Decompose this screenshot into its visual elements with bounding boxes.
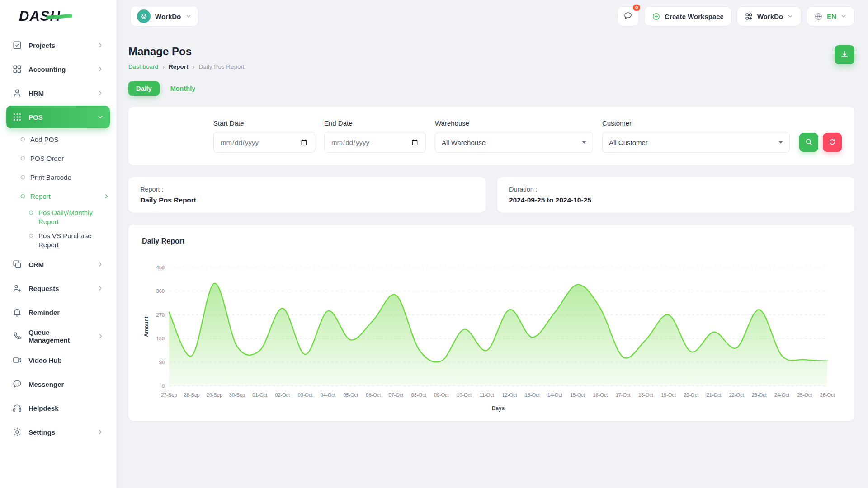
svg-text:24-Oct: 24-Oct (774, 392, 789, 398)
sidebar-item-projects[interactable]: Projects (6, 34, 110, 56)
app-logo[interactable]: DASH (0, 0, 116, 33)
messages-badge: 0 (632, 4, 641, 12)
chevron-right-icon (97, 333, 104, 340)
svg-text:90: 90 (159, 360, 165, 365)
reset-button[interactable] (823, 133, 842, 152)
breadcrumb-item[interactable]: Report (169, 63, 189, 70)
topbar: WorkDo 0 Create Workspace WorkDo (117, 0, 868, 33)
download-button[interactable] (835, 45, 854, 64)
start-date-input[interactable] (213, 132, 315, 153)
sidebar-item-settings[interactable]: Settings (6, 421, 110, 443)
svg-text:05-Oct: 05-Oct (343, 392, 358, 398)
svg-text:21-Oct: 21-Oct (707, 392, 722, 398)
bullet-icon (29, 234, 33, 238)
messages-button[interactable]: 0 (617, 6, 639, 26)
sidebar-item-pos-vs-purchase-report[interactable]: Pos VS Purchase Report (0, 229, 116, 252)
reminder-icon (12, 307, 22, 317)
messenger-icon (12, 379, 22, 389)
account-menu-button[interactable]: WorkDo (737, 6, 801, 26)
chart-title: Daily Report (142, 237, 841, 245)
chat-icon (623, 11, 632, 22)
svg-text:28-Sep: 28-Sep (184, 392, 199, 398)
customer-label: Customer (602, 119, 790, 127)
crm-icon (12, 259, 22, 269)
sidebar-item-pos-daily-monthly-report[interactable]: Pos Daily/Monthly Report (0, 206, 116, 229)
chevron-right-icon (97, 428, 104, 436)
download-icon (840, 50, 849, 60)
svg-text:450: 450 (156, 265, 165, 270)
end-date-label: End Date (324, 119, 426, 127)
sidebar-item-video-hub[interactable]: Video Hub (6, 349, 110, 371)
reset-icon (828, 138, 836, 147)
end-date-input[interactable] (324, 132, 426, 153)
language-menu-button[interactable]: EN (807, 6, 854, 26)
settings-icon (12, 427, 22, 437)
sidebar-item-print-barcode[interactable]: Print Barcode (0, 168, 116, 187)
svg-text:270: 270 (156, 312, 165, 318)
chevron-right-icon (97, 89, 104, 97)
svg-text:25-Oct: 25-Oct (797, 392, 812, 398)
video-icon (12, 355, 22, 365)
sidebar-item-crm[interactable]: CRM (6, 253, 110, 276)
chevron-right-icon (97, 261, 104, 268)
bullet-icon (21, 175, 25, 179)
svg-text:13-Oct: 13-Oct (525, 392, 540, 398)
daily-report-area-chart: 09018027036045027-Sep28-Sep29-Sep30-Sep0… (142, 261, 841, 414)
svg-text:11-Oct: 11-Oct (480, 392, 494, 398)
sidebar-item-report[interactable]: Report (0, 187, 116, 206)
workspace-switcher[interactable]: WorkDo (130, 6, 198, 27)
chevron-down-icon (787, 13, 793, 19)
sidebar-item-pos-order[interactable]: POS Order (0, 149, 116, 168)
sidebar-item-accounting[interactable]: Accounting (6, 58, 110, 80)
sidebar-nav: ProjectsAccountingHRMPOSAdd POSPOS Order… (0, 34, 116, 443)
filter-spacer (141, 119, 204, 153)
sidebar-item-helpdesk[interactable]: Helpdesk (6, 397, 110, 419)
sidebar-item-queue-management[interactable]: Queue Management (6, 325, 110, 347)
report-period-tabs: DailyMonthly (128, 81, 854, 96)
svg-text:Days: Days (492, 405, 505, 412)
breadcrumb-item: Daily Pos Report (199, 63, 245, 70)
svg-text:29-Sep: 29-Sep (207, 392, 222, 398)
svg-text:19-Oct: 19-Oct (661, 392, 676, 398)
svg-text:23-Oct: 23-Oct (752, 392, 767, 398)
report-label: Report : (140, 186, 474, 193)
svg-text:04-Oct: 04-Oct (321, 392, 335, 398)
svg-text:15-Oct: 15-Oct (570, 392, 585, 398)
filter-card: Start Date End Date Warehouse All Wareho… (128, 107, 854, 165)
sidebar-item-hrm[interactable]: HRM (6, 82, 110, 104)
svg-text:180: 180 (156, 336, 165, 341)
sidebar-item-reminder[interactable]: Reminder (6, 301, 110, 324)
search-button[interactable] (799, 133, 818, 152)
create-workspace-button[interactable]: Create Workspace (644, 6, 731, 26)
chevron-down-icon (185, 13, 192, 19)
svg-text:14-Oct: 14-Oct (547, 392, 562, 398)
sidebar-item-requests[interactable]: Requests (6, 277, 110, 300)
breadcrumb: Dashboard›Report›Daily Pos Report (128, 63, 245, 70)
page-title: Manage Pos (128, 45, 245, 58)
bullet-icon (29, 211, 33, 215)
sidebar: DASH ProjectsAccountingHRMPOSAdd POSPOS … (0, 0, 117, 488)
svg-text:10-Oct: 10-Oct (457, 392, 472, 398)
sidebar-item-pos[interactable]: POS (6, 106, 110, 128)
bullet-icon (21, 137, 25, 141)
warehouse-select[interactable]: All Warehouse (435, 132, 593, 153)
chevron-down-icon (97, 113, 104, 121)
projects-icon (12, 40, 22, 50)
breadcrumb-separator-icon: › (162, 63, 165, 70)
sidebar-item-add-pos[interactable]: Add POS (0, 130, 116, 149)
customer-select[interactable]: All Customer (602, 132, 790, 153)
account-label: WorkDo (757, 13, 783, 20)
svg-text:26-Oct: 26-Oct (820, 392, 835, 398)
duration-summary-card: Duration : 2024-09-25 to 2024-10-25 (497, 177, 854, 213)
grid-plus-icon (745, 12, 753, 21)
breadcrumb-item[interactable]: Dashboard (128, 63, 158, 70)
sidebar-item-messenger[interactable]: Messenger (6, 373, 110, 395)
svg-text:09-Oct: 09-Oct (434, 392, 449, 398)
svg-text:27-Sep: 27-Sep (161, 392, 177, 398)
tab-daily[interactable]: Daily (128, 81, 160, 96)
language-code: EN (827, 13, 836, 20)
report-summary-card: Report : Daily Pos Report (128, 177, 486, 213)
hrm-icon (12, 88, 22, 98)
tab-monthly[interactable]: Monthly (169, 81, 198, 96)
accounting-icon (12, 64, 22, 74)
